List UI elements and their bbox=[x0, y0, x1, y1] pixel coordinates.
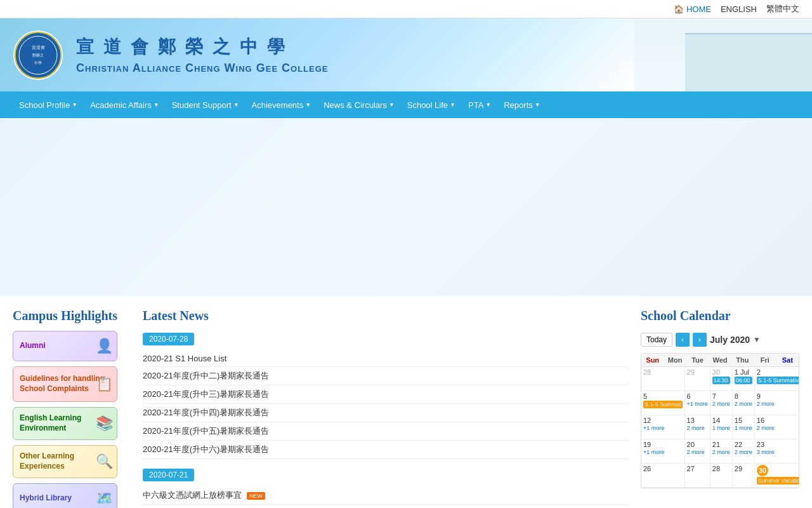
cal-cell[interactable]: 3014:30 bbox=[710, 367, 733, 391]
news-section: Latest News 2020-07-28 2020-21 S1 House … bbox=[143, 309, 628, 508]
nav-arrow-icon: ▼ bbox=[72, 102, 77, 108]
calendar-today-button[interactable]: Today bbox=[641, 333, 672, 347]
cal-cell[interactable]: 1 Jul06:00 bbox=[733, 367, 755, 391]
cal-cell[interactable]: 222 more bbox=[733, 439, 755, 464]
main-nav: School Profile ▼ Academic Affairs ▼ Stud… bbox=[0, 91, 812, 118]
nav-academic-affairs[interactable]: Academic Affairs ▼ bbox=[84, 93, 166, 117]
school-logo[interactable]: 宣道會 鄭榮之 中學 bbox=[13, 30, 63, 81]
calendar-body: 28 29 3014:30 1 Jul06:00 2S.1-5 Summativ… bbox=[641, 367, 799, 488]
cal-cell[interactable]: 29 bbox=[733, 464, 755, 488]
cal-cell[interactable]: 6+1 more bbox=[685, 391, 710, 415]
news-item[interactable]: 2020-21年度(升中三)暑期家長通告 bbox=[143, 385, 628, 404]
calendar-next-button[interactable]: › bbox=[693, 333, 707, 347]
cal-cell[interactable]: 212 more bbox=[710, 439, 733, 464]
home-icon: 🏠 bbox=[674, 4, 684, 14]
nav-news-circulars[interactable]: News & Circulars ▼ bbox=[317, 93, 401, 117]
news-date-badge-1: 2020-07-21 bbox=[143, 469, 194, 481]
news-title: Latest News bbox=[143, 309, 628, 323]
home-link[interactable]: 🏠 HOME bbox=[674, 4, 711, 14]
cal-cell[interactable]: 5S.1-5 Summat bbox=[641, 391, 685, 415]
nav-reports[interactable]: Reports ▼ bbox=[497, 93, 546, 117]
sidebar-card-alumni[interactable]: Alumni 👤 bbox=[13, 331, 117, 361]
news-item[interactable]: 2020-21 S1 House List bbox=[143, 351, 628, 367]
cal-cell[interactable]: 28 bbox=[710, 464, 733, 488]
calendar-dropdown-icon[interactable]: ▼ bbox=[753, 335, 761, 344]
nav-arrow-icon: ▼ bbox=[450, 102, 455, 108]
calendar-header: Today ‹ › July 2020 ▼ bbox=[641, 333, 799, 347]
calendar-title: School Calendar bbox=[641, 309, 799, 323]
nav-arrow-icon: ▼ bbox=[233, 102, 239, 108]
header-building-image bbox=[634, 18, 812, 91]
banner-slideshow[interactable] bbox=[0, 118, 812, 296]
sidebar-card-library[interactable]: Hybrid Library 🗺️ bbox=[13, 483, 117, 508]
news-item[interactable]: 中六級文憑試網上放榜事宜 NEW bbox=[143, 486, 628, 505]
main-wrapper: 🏠 HOME ENGLISH 繁體中文 宣道會 鄭榮之 中學 宣 道 會 鄭 榮… bbox=[0, 0, 812, 508]
cal-cell[interactable]: 27 bbox=[685, 464, 710, 488]
content-area: Campus Highlights Alumni 👤 Guidelines fo… bbox=[0, 296, 812, 508]
calendar-month-label: July 2020 bbox=[710, 335, 750, 345]
page-header: 宣道會 鄭榮之 中學 宣 道 會 鄭 榮 之 中 學 Christian All… bbox=[0, 18, 812, 91]
calendar-days-header: Sun Mon Tue Wed Thu Fri Sat bbox=[641, 354, 799, 367]
svg-text:鄭榮之: 鄭榮之 bbox=[32, 53, 44, 57]
other-icon: 🔍 bbox=[96, 453, 113, 470]
cal-cell[interactable]: 92 more bbox=[755, 391, 799, 415]
nav-pta[interactable]: PTA ▼ bbox=[462, 93, 497, 117]
cal-cell[interactable]: 19+1 more bbox=[641, 439, 685, 464]
cal-cell[interactable]: 29 bbox=[685, 367, 710, 391]
nav-achievements[interactable]: Achievements ▼ bbox=[246, 93, 318, 117]
cal-head-thu: Thu bbox=[731, 354, 754, 366]
sidebar-card-english[interactable]: English Learning Environment 📚 bbox=[13, 407, 117, 440]
cal-head-wed: Wed bbox=[709, 354, 731, 366]
alumni-icon: 👤 bbox=[96, 338, 113, 354]
cal-cell[interactable]: 82 more bbox=[733, 391, 755, 415]
cal-head-sat: Sat bbox=[776, 354, 799, 366]
news-item[interactable]: 2020-21年度(升中六)暑期家長通告 bbox=[143, 441, 628, 459]
svg-text:宣道會: 宣道會 bbox=[32, 45, 45, 50]
sidebar-title: Campus Highlights bbox=[13, 309, 130, 323]
sidebar-card-complaints[interactable]: Guidelines for handling School Complaint… bbox=[13, 366, 117, 402]
calendar-grid: Sun Mon Tue Wed Thu Fri Sat 28 29 3014:3… bbox=[641, 353, 799, 488]
cal-cell-today[interactable]: 30Summer Vacation bbox=[755, 464, 799, 488]
nav-arrow-icon: ▼ bbox=[535, 102, 540, 108]
top-bar: 🏠 HOME ENGLISH 繁體中文 bbox=[0, 0, 812, 18]
library-icon: 🗺️ bbox=[96, 490, 113, 507]
news-group-1: 2020-07-21 中六級文憑試網上放榜事宜 NEW 中一至中五級七月份第二次… bbox=[143, 469, 628, 508]
cal-cell[interactable]: 162 more bbox=[755, 415, 799, 439]
cal-cell[interactable]: 26 bbox=[641, 464, 685, 488]
calendar-section: School Calendar Today ‹ › July 2020 ▼ Su… bbox=[641, 309, 799, 508]
nav-student-support[interactable]: Student Support ▼ bbox=[166, 93, 246, 117]
cal-cell[interactable]: 151 more bbox=[733, 415, 755, 439]
english-link[interactable]: ENGLISH bbox=[721, 4, 757, 14]
cal-cell[interactable]: 233 more bbox=[755, 439, 799, 464]
sidebar-card-other[interactable]: Other Learning Experiences 🔍 bbox=[13, 445, 117, 478]
cal-cell[interactable]: 141 more bbox=[710, 415, 733, 439]
english-icon: 📚 bbox=[96, 415, 113, 432]
chinese-link[interactable]: 繁體中文 bbox=[766, 3, 799, 15]
cal-cell[interactable]: 28 bbox=[641, 367, 685, 391]
news-date-badge-0: 2020-07-28 bbox=[143, 333, 194, 345]
news-item[interactable]: 中一至中五級七月份第二次家長書函(7月24日及之後安排) bbox=[143, 505, 628, 508]
nav-arrow-icon: ▼ bbox=[154, 102, 159, 108]
cal-cell[interactable]: 132 more bbox=[685, 415, 710, 439]
news-item[interactable]: 2020-21年度(升中二)暑期家長通告 bbox=[143, 367, 628, 385]
cal-cell[interactable]: 202 more bbox=[685, 439, 710, 464]
news-item[interactable]: 2020-21年度(升中四)暑期家長通告 bbox=[143, 404, 628, 422]
svg-text:中學: 中學 bbox=[34, 61, 42, 65]
sidebar: Campus Highlights Alumni 👤 Guidelines fo… bbox=[13, 309, 130, 508]
news-item[interactable]: 2020-21年度(升中五)暑期家長通告 bbox=[143, 422, 628, 441]
cal-head-sun: Sun bbox=[641, 354, 664, 366]
news-group-0: 2020-07-28 2020-21 S1 House List 2020-21… bbox=[143, 333, 628, 459]
nav-arrow-icon: ▼ bbox=[485, 102, 491, 108]
cal-cell[interactable]: 12+1 more bbox=[641, 415, 685, 439]
cal-head-fri: Fri bbox=[754, 354, 776, 366]
nav-school-profile[interactable]: School Profile ▼ bbox=[13, 93, 84, 117]
new-badge: NEW bbox=[247, 492, 265, 500]
cal-head-tue: Tue bbox=[686, 354, 709, 366]
cal-head-mon: Mon bbox=[664, 354, 686, 366]
calendar-prev-button[interactable]: ‹ bbox=[676, 333, 690, 347]
nav-school-life[interactable]: School Life ▼ bbox=[401, 93, 462, 117]
nav-arrow-icon: ▼ bbox=[305, 102, 311, 108]
cal-cell[interactable]: 2S.1-5 Summativ bbox=[755, 367, 799, 391]
nav-arrow-icon: ▼ bbox=[389, 102, 395, 108]
cal-cell[interactable]: 72 more bbox=[710, 391, 733, 415]
